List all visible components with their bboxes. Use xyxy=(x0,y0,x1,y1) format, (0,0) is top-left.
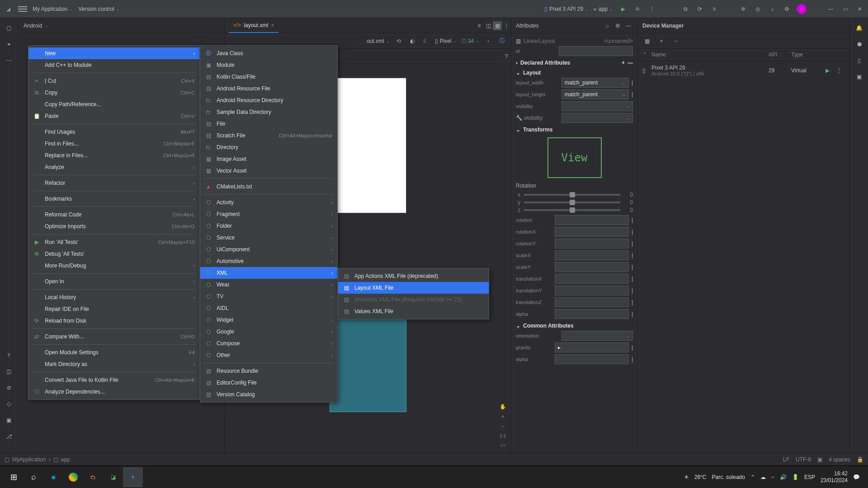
cm-debug-all[interactable]: ✲Debug 'All Tests' xyxy=(28,248,199,260)
sidebar-mode[interactable]: Android xyxy=(24,23,42,29)
cm-open-in[interactable]: Open In› xyxy=(28,276,199,287)
cm-replace-in-files[interactable]: Replace in Files...Ctrl+Mayús+R xyxy=(28,150,199,161)
cm2-google[interactable]: ⬡Google› xyxy=(200,326,337,338)
cm2-uicomponent[interactable]: ⬡UiComponent› xyxy=(200,244,337,255)
tray-notifications-icon[interactable]: 💬 xyxy=(853,474,860,480)
dm-add-icon[interactable]: + xyxy=(657,37,666,46)
cm-mark-dir[interactable]: Mark Directory as› xyxy=(28,358,199,370)
profiler-icon[interactable]: ◎ xyxy=(753,5,762,14)
zoom-in-icon[interactable]: + xyxy=(501,413,505,420)
col-api[interactable]: API xyxy=(769,52,791,58)
cm2-module[interactable]: ▣Module xyxy=(200,59,337,71)
device-selector[interactable]: ▯ Pixel 3 API 29⌄ xyxy=(544,6,589,12)
app-inspection-icon[interactable]: ▣ xyxy=(5,416,14,425)
cm2-fragment[interactable]: ⬡Fragment› xyxy=(200,208,337,220)
run-button[interactable]: ▶ xyxy=(618,5,627,14)
close-button[interactable]: ✕ xyxy=(855,5,864,14)
api-picker[interactable]: ⬡ 34⌄ xyxy=(462,38,479,44)
cm2-directory[interactable]: 🗀Directory xyxy=(200,141,337,153)
main-menu-button[interactable] xyxy=(18,6,27,12)
device-manager-tool-icon[interactable]: ▣ xyxy=(855,72,864,81)
section-layout[interactable]: ⌄Layout xyxy=(516,70,633,76)
translationz-input[interactable] xyxy=(555,297,629,307)
cm2-service[interactable]: ⬡Service› xyxy=(200,232,337,244)
tray-volume-icon[interactable]: 🔊 xyxy=(780,474,787,480)
bug-icon[interactable]: ✲ xyxy=(739,5,748,14)
cm2-scratch[interactable]: ▤Scratch FileCtrl+Alt+Mayús+Insertar xyxy=(200,130,337,141)
tray-battery-icon[interactable]: 🔋 xyxy=(792,474,799,480)
cm-more-run[interactable]: More Run/Debug› xyxy=(28,260,199,272)
close-tab-icon[interactable]: × xyxy=(271,22,274,28)
rotation-z-slider[interactable] xyxy=(524,209,620,211)
cm-run-all[interactable]: ▶Run 'All Tests'Ctrl+Mayús+F10 xyxy=(28,236,199,248)
taskbar-search[interactable]: ⌕ xyxy=(24,467,43,487)
gravity-input[interactable] xyxy=(555,343,629,352)
alpha-input[interactable] xyxy=(555,309,629,319)
rotationy-input[interactable] xyxy=(555,239,629,249)
cm2-image-asset[interactable]: ▦Image Asset xyxy=(200,153,337,165)
cm-new[interactable]: NNewew› xyxy=(28,47,199,59)
zoom-reset-icon[interactable]: ▭ xyxy=(500,442,505,448)
start-button[interactable]: ⊞ xyxy=(4,467,24,487)
tab-layout-xml[interactable]: </> layout.xml × xyxy=(229,18,278,33)
alpha2-input[interactable] xyxy=(555,354,629,364)
cm2-automotive[interactable]: ⬡Automotive› xyxy=(200,255,337,267)
tools-visibility-select[interactable]: ⌄ xyxy=(561,113,633,123)
project-dropdown[interactable]: My Application⌄ xyxy=(33,6,73,12)
sync-icon[interactable]: ⟳ xyxy=(695,5,704,14)
editor-more-icon[interactable]: ⋮ xyxy=(502,21,511,30)
tray-network-icon[interactable]: ⎓ xyxy=(771,474,774,480)
gradle-icon[interactable]: ⬢ xyxy=(855,40,864,49)
cm2-file[interactable]: ▤File xyxy=(200,118,337,130)
indent-info[interactable]: 4 spaces xyxy=(829,456,850,463)
notifications-icon[interactable]: 🔔 xyxy=(855,23,864,33)
breadcrumb-module[interactable]: app xyxy=(61,456,70,463)
breadcrumb-project[interactable]: MyApplication xyxy=(12,456,46,463)
layout-width-select[interactable]: match_parent⌄ xyxy=(561,78,629,88)
tray-lang[interactable]: ESP xyxy=(804,474,815,480)
view-design-icon[interactable]: ▦ xyxy=(493,21,502,30)
cm-open-module[interactable]: Open Module SettingsF4 xyxy=(28,347,199,358)
settings-icon[interactable]: ⚙ xyxy=(782,5,791,14)
col-name[interactable]: Name xyxy=(651,52,769,58)
line-ending[interactable]: LF xyxy=(783,456,789,463)
cm2-widget[interactable]: ⬡Widget› xyxy=(200,314,337,326)
rotation-x-slider[interactable] xyxy=(524,194,620,196)
logcat-icon[interactable]: ◫ xyxy=(5,367,14,376)
cm2-xml[interactable]: ⬡XML› xyxy=(200,267,337,279)
rotation-input[interactable] xyxy=(555,215,629,225)
cm-repair-ide[interactable]: Repair IDE on File xyxy=(28,303,199,315)
readonly-icon[interactable]: ▣ xyxy=(817,456,822,463)
cm-compare[interactable]: ⇄Compare With...Ctrl+D xyxy=(28,331,199,343)
attr-search-icon[interactable]: ⌕ xyxy=(603,21,612,30)
cm-cut[interactable]: ✂t CutCutCtrl+X xyxy=(28,75,199,87)
emulator-icon[interactable]: ▯ xyxy=(855,56,864,65)
cm2-tv[interactable]: ⬡TV› xyxy=(200,291,337,302)
tray-expand-icon[interactable]: ⌃ xyxy=(750,474,755,480)
search-icon[interactable]: ⌕ xyxy=(768,5,777,14)
cm-local-history[interactable]: Local History› xyxy=(28,291,199,303)
cm2-android-res-dir[interactable]: 🗀Android Resource Directory xyxy=(200,94,337,106)
cm-optimize[interactable]: Optimize ImportsCtrl+Alt+O xyxy=(28,221,199,232)
cm-find-in-files[interactable]: Find in Files...Ctrl+Mayús+F xyxy=(28,138,199,150)
scalex-input[interactable] xyxy=(555,250,629,260)
avatar[interactable] xyxy=(797,4,807,14)
hand-tool-icon[interactable]: ✋ xyxy=(500,404,506,410)
cm2-version-catalog[interactable]: ▤Version Catalog xyxy=(200,389,337,400)
cm2-folder[interactable]: ⬡Folder› xyxy=(200,220,337,232)
section-common-attributes[interactable]: ⌄Common Attributes xyxy=(516,323,633,329)
dm-wifi-icon[interactable]: ⎓ xyxy=(671,37,680,46)
more-actions-button[interactable]: ⋮ xyxy=(647,5,656,14)
zoom-out-icon[interactable]: − xyxy=(501,423,505,430)
file-picker[interactable]: out.xml⌄ xyxy=(367,38,390,44)
build-icon[interactable]: ≡ xyxy=(710,5,719,14)
device-picker[interactable]: ▯ Pixel⌄ xyxy=(435,38,457,44)
section-declared-attributes[interactable]: ›Declared Attributes+ — xyxy=(516,60,633,66)
info-icon[interactable]: ⓘ xyxy=(497,37,506,46)
taskbar-chrome[interactable] xyxy=(63,467,83,487)
vcs-tool-icon[interactable]: ⎇ xyxy=(5,432,14,441)
help-icon[interactable]: ? xyxy=(502,52,511,61)
cm2-android-res-file[interactable]: ▤Android Resource File xyxy=(200,83,337,94)
cm-analyze[interactable]: Analyze› xyxy=(28,161,199,173)
taskbar-android-studio[interactable]: ✦ xyxy=(123,467,143,487)
